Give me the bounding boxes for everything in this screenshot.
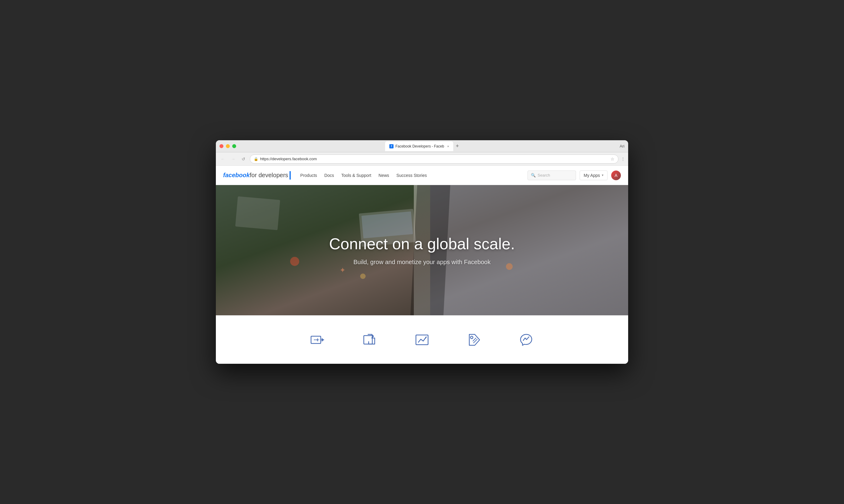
avatar[interactable]: A — [611, 170, 621, 180]
nav-links: Products Docs Tools & Support News Succe… — [300, 173, 518, 178]
share-icon — [362, 332, 378, 348]
address-bar: ← → ↺ 🔒 https://developers.facebook.com … — [216, 152, 628, 166]
analytics-icon — [414, 332, 430, 348]
user-name: Ari — [620, 144, 624, 148]
hero-subtitle: Build, grow and monetize your apps with … — [257, 258, 587, 265]
search-icon: 🔍 — [531, 173, 536, 178]
nav-link-tools-support[interactable]: Tools & Support — [341, 173, 372, 178]
logo-facebook: facebook — [223, 172, 250, 179]
search-box[interactable]: 🔍 Search — [528, 170, 576, 180]
title-bar: f Facebook Developers - Faceb × + Ari — [216, 140, 628, 152]
hero-title: Connect on a global scale. — [257, 235, 587, 253]
svg-point-3 — [470, 336, 473, 339]
ads-icon — [466, 332, 482, 348]
avatar-initials: A — [615, 173, 617, 178]
forward-button[interactable]: → — [229, 155, 237, 163]
feature-messenger[interactable] — [518, 332, 534, 348]
nav-link-products[interactable]: Products — [300, 173, 317, 178]
active-tab[interactable]: f Facebook Developers - Faceb × — [385, 141, 453, 151]
svg-rect-1 — [364, 336, 372, 344]
maximize-button[interactable] — [232, 144, 236, 148]
minimize-button[interactable] — [226, 144, 230, 148]
feature-login[interactable] — [310, 332, 326, 348]
browser-window: f Facebook Developers - Faceb × + Ari ← … — [216, 140, 628, 364]
tab-close-icon[interactable]: × — [447, 144, 449, 148]
hero-section: ✦ Connect on a global scale. Build, grow… — [216, 185, 628, 315]
logo-for-developers: for developers — [250, 172, 288, 179]
hero-content: Connect on a global scale. Build, grow a… — [257, 235, 587, 266]
features-section — [216, 315, 628, 364]
tab-title: Facebook Developers - Faceb — [395, 144, 444, 148]
bookmark-icon[interactable]: ☆ — [610, 157, 615, 161]
lock-icon: 🔒 — [254, 157, 258, 161]
url-text: https://developers.facebook.com — [260, 157, 609, 161]
chevron-down-icon: ▾ — [602, 173, 604, 177]
nav-right: 🔍 Search My Apps ▾ A — [528, 170, 621, 180]
url-bar[interactable]: 🔒 https://developers.facebook.com ☆ — [250, 155, 618, 164]
nav-link-success-stories[interactable]: Success Stories — [397, 173, 427, 178]
back-button[interactable]: ← — [219, 155, 227, 163]
feature-analytics[interactable] — [414, 332, 430, 348]
fb-developers-logo[interactable]: facebook for developers — [223, 171, 291, 180]
refresh-button[interactable]: ↺ — [240, 155, 247, 163]
search-placeholder: Search — [537, 173, 550, 178]
browser-menu-icon[interactable]: ⋮ — [621, 157, 625, 161]
login-icon — [310, 332, 326, 348]
feature-share[interactable] — [362, 332, 378, 348]
messenger-icon — [518, 332, 534, 348]
nav-link-docs[interactable]: Docs — [324, 173, 334, 178]
site-nav: facebook for developers Products Docs To… — [216, 166, 628, 185]
window-controls — [220, 144, 236, 148]
my-apps-button[interactable]: My Apps ▾ — [580, 170, 607, 180]
close-button[interactable] — [220, 144, 223, 148]
tab-favicon: f — [389, 144, 394, 148]
feature-ads[interactable] — [466, 332, 482, 348]
tab-bar: f Facebook Developers - Faceb × + — [385, 141, 459, 151]
logo-bar — [290, 171, 291, 180]
new-tab-button[interactable]: + — [455, 143, 459, 149]
my-apps-label: My Apps — [584, 173, 600, 178]
nav-link-news[interactable]: News — [379, 173, 389, 178]
